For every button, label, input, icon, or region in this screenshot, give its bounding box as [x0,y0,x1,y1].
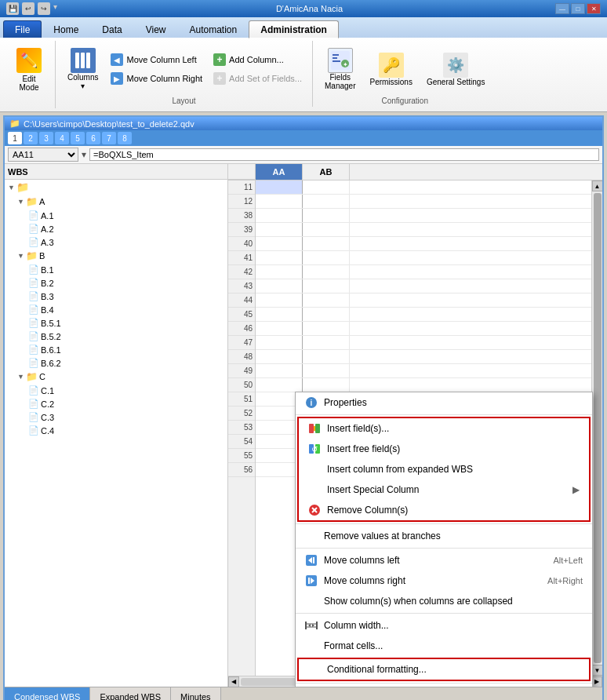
window-controls[interactable]: — □ ✕ [555,3,601,14]
tree-item-b51[interactable]: 📄 B.5.1 [5,316,227,330]
tab-home[interactable]: Home [42,20,90,38]
cm-item-show-collapsed[interactable]: Show column(s) when columns are collapse… [296,591,592,611]
cell-ab11[interactable] [303,180,350,194]
tree-item-a[interactable]: ▼ 📁 A [5,195,227,209]
row-45[interactable] [256,308,591,322]
scroll-thumb[interactable] [594,193,602,663]
row-40[interactable] [256,237,591,251]
cm-item-insert-free[interactable]: ↺ Insert free field(s) [299,439,589,459]
row-43[interactable] [256,279,591,293]
b-expand[interactable]: ▼ [17,252,24,260]
tree-item-a1[interactable]: 📄 A.1 [5,209,227,222]
redo-icon[interactable]: ↪ [38,2,50,15]
cm-item-remove-cols[interactable]: Remove Column(s) [299,500,589,520]
cell-ab44[interactable] [303,293,350,307]
add-column-button[interactable]: + Add Column... [209,51,306,68]
row-42[interactable] [256,265,591,279]
cm-item-properties[interactable]: i Properties [296,392,592,413]
cell-aa38[interactable] [256,209,303,222]
tree-item-a2[interactable]: 📄 A.2 [5,222,227,235]
tree-item-c3[interactable]: 📄 C.3 [5,410,227,424]
bottom-tab-condensed[interactable]: Condensed WBS [5,687,90,700]
cell-aa49[interactable] [256,364,303,377]
c-expand[interactable]: ▼ [17,373,24,381]
tree-item-b2[interactable]: 📄 B.2 [5,276,227,290]
scroll-down-button[interactable]: ▼ [592,665,603,676]
cell-ab41[interactable] [303,251,350,264]
cell-aa47[interactable] [256,336,303,349]
row-48[interactable] [256,350,591,364]
tree-item-c2[interactable]: 📄 C.2 [5,397,227,410]
cm-item-remove-values[interactable]: Remove values at branches [296,526,592,546]
tab-num-7[interactable]: 7 [102,132,116,144]
row-41[interactable] [256,251,591,265]
formula-input[interactable] [89,148,599,161]
scroll-right-button[interactable]: ▶ [591,676,602,687]
tab-num-1[interactable]: 1 [8,132,22,144]
cell-ab45[interactable] [303,308,350,321]
save-icon[interactable]: 💾 [6,2,19,15]
root-expand-icon[interactable]: ▼ [8,184,15,191]
row-50[interactable] [256,378,591,392]
tree-item-c[interactable]: ▼ 📁 C [5,370,227,384]
tree-item-b61[interactable]: 📄 B.6.1 [5,343,227,356]
permissions-button[interactable]: 🔑 Permissions [364,49,417,90]
bottom-tab-expanded[interactable]: Expanded WBS [90,687,171,700]
cell-ab42[interactable] [303,265,350,279]
tab-num-4[interactable]: 4 [55,132,69,144]
tab-num-5[interactable]: 5 [71,132,85,144]
tree-item-b62[interactable]: 📄 B.6.2 [5,356,227,370]
cell-ab48[interactable] [303,350,350,363]
cell-ab39[interactable] [303,223,350,236]
cell-ab12[interactable] [303,195,350,208]
cell-ab38[interactable] [303,209,350,222]
tree-item-b[interactable]: ▼ 📁 B [5,249,227,263]
fields-manager-button[interactable]: ✦ Fields Manager [319,44,361,94]
tree-content[interactable]: ▼ 📁 ▼ 📁 A 📄 A.1 📄 A.2 [5,180,227,687]
a-expand[interactable]: ▼ [17,198,24,206]
close-button[interactable]: ✕ [587,3,601,14]
cell-ab50[interactable] [303,378,350,392]
cell-ab47[interactable] [303,336,350,349]
cm-item-move-left[interactable]: Move columns left Alt+Left [296,550,592,571]
tab-num-6[interactable]: 6 [86,132,100,144]
cell-aa43[interactable] [256,279,303,293]
row-49[interactable] [256,364,591,378]
col-header-ab[interactable]: AB [303,164,350,180]
cell-ab46[interactable] [303,322,350,335]
tree-item-c4[interactable]: 📄 C.4 [5,424,227,437]
cm-item-format-cells[interactable]: Format cells... [296,636,592,656]
move-col-right-button[interactable]: ▶ Move Column Right [107,70,206,87]
cell-ab43[interactable] [303,279,350,293]
tree-item-b1[interactable]: 📄 B.1 [5,263,227,276]
tab-view[interactable]: View [134,20,178,38]
tab-num-2[interactable]: 2 [24,132,38,144]
tree-item-a3[interactable]: 📄 A.3 [5,235,227,249]
cell-reference-selector[interactable]: AA11 [8,148,78,162]
row-39[interactable] [256,223,591,237]
general-settings-button[interactable]: ⚙️ General Settings [421,49,491,90]
maximize-button[interactable]: □ [571,3,585,14]
columns-button[interactable]: Columns▾ [62,44,104,94]
cm-item-insert-fields[interactable]: Insert field(s)... [299,418,589,439]
bottom-tab-minutes[interactable]: Minutes [171,687,221,700]
minimize-button[interactable]: — [555,3,569,14]
cm-item-insert-special[interactable]: Insert Special Column ▶ [299,479,589,500]
row-12[interactable] [256,195,591,209]
tree-item-c1[interactable]: 📄 C.1 [5,384,227,397]
tab-num-8[interactable]: 8 [118,132,132,144]
undo-icon[interactable]: ↩ [22,2,35,15]
cell-ab40[interactable] [303,237,350,250]
cell-aa42[interactable] [256,265,303,279]
cell-aa48[interactable] [256,350,303,363]
cell-ab49[interactable] [303,364,350,377]
add-set-fields-button[interactable]: + Add Set of Fields... [209,70,306,87]
edit-mode-button[interactable]: ✏️ EditMode [9,44,49,96]
cell-aa12[interactable] [256,195,303,208]
tab-data[interactable]: Data [90,20,133,38]
quick-access-bar[interactable]: 💾 ↩ ↪ ▾ [6,2,57,15]
tree-item-b52[interactable]: 📄 B.5.2 [5,330,227,343]
cell-aa45[interactable] [256,308,303,321]
cell-aa11[interactable] [256,180,303,194]
cm-item-col-width[interactable]: Column width... [296,615,592,636]
